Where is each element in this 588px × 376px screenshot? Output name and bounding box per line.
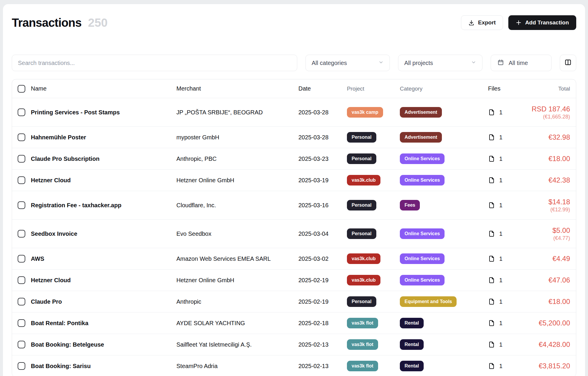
- date-range-filter[interactable]: All time: [491, 55, 552, 71]
- file-icon: [488, 177, 495, 184]
- category-badge: Online Services: [400, 253, 445, 264]
- export-button[interactable]: Export: [461, 15, 503, 30]
- total-secondary: (€12.99): [523, 206, 570, 213]
- column-settings-button[interactable]: [560, 55, 576, 71]
- files-cell: 1: [488, 134, 523, 141]
- row-checkbox-cell: [12, 255, 31, 263]
- row-checkbox-cell: [12, 276, 31, 284]
- name-cell: Printing Services - Post Stamps: [31, 109, 176, 116]
- merchant-cell: Evo Seedbox: [176, 230, 298, 237]
- row-checkbox[interactable]: [18, 341, 25, 348]
- project-badge: Personal: [347, 296, 376, 307]
- table-header-row: Name Merchant Date Project Category File…: [12, 79, 576, 98]
- row-checkbox[interactable]: [18, 230, 25, 238]
- date-cell: 2025-03-23: [298, 156, 347, 162]
- transaction-row[interactable]: Boat Booking: BetelgeuseSailfleet Yat Is…: [12, 334, 576, 355]
- row-checkbox[interactable]: [18, 201, 25, 209]
- name-cell: Boat Rental: Pontika: [31, 320, 176, 327]
- transaction-row[interactable]: Boat Booking: SarisuSteamPro Adria2025-0…: [12, 355, 576, 376]
- project-cell: vas3k camp: [347, 107, 400, 118]
- transaction-row[interactable]: Hahnemühle Postermyposter GmbH2025-03-28…: [12, 127, 576, 148]
- file-icon: [488, 277, 495, 284]
- column-header-name[interactable]: Name: [31, 85, 176, 92]
- project-badge: Personal: [347, 153, 376, 164]
- category-cell: Equipment and Tools: [400, 296, 488, 307]
- row-checkbox[interactable]: [18, 155, 25, 163]
- row-checkbox[interactable]: [18, 133, 25, 141]
- transaction-row[interactable]: Seedbox InvoiceEvo Seedbox2025-03-04Pers…: [12, 220, 576, 248]
- date-cell: 2025-03-28: [298, 134, 347, 141]
- row-checkbox[interactable]: [18, 176, 25, 184]
- files-count: 1: [499, 255, 502, 262]
- date-cell: 2025-03-28: [298, 109, 347, 116]
- calendar-icon: [497, 59, 504, 67]
- row-checkbox[interactable]: [18, 362, 25, 370]
- column-header-total[interactable]: Total: [523, 85, 576, 92]
- merchant-cell: Hetzner Online GmbH: [176, 277, 298, 284]
- total-secondary: (€4.77): [523, 235, 570, 242]
- download-icon: [468, 20, 475, 26]
- row-checkbox[interactable]: [18, 319, 25, 327]
- project-badge: Personal: [347, 132, 376, 143]
- files-count: 1: [499, 230, 502, 237]
- category-badge: Online Services: [400, 175, 445, 186]
- categories-filter[interactable]: All categories: [305, 55, 390, 71]
- transaction-row[interactable]: Boat Rental: PontikaAYDE SOLAR YACHTING2…: [12, 313, 576, 334]
- total-cell: €4.49: [523, 254, 576, 263]
- row-checkbox[interactable]: [18, 108, 25, 116]
- filter-bar: All categories All projects All time: [12, 55, 576, 71]
- row-checkbox[interactable]: [18, 255, 25, 263]
- total-primary: $5.00: [523, 226, 570, 235]
- column-header-category[interactable]: Category: [400, 86, 488, 92]
- row-checkbox[interactable]: [18, 276, 25, 284]
- files-cell: 1: [488, 341, 523, 348]
- search-input[interactable]: [12, 55, 297, 71]
- merchant-cell: Amazon Web Services EMEA SARL: [176, 255, 298, 262]
- project-cell: Personal: [347, 132, 400, 143]
- total-primary: €18.00: [523, 297, 570, 306]
- project-cell: vas3k flot: [347, 318, 400, 329]
- merchant-cell: SteamPro Adria: [176, 363, 298, 370]
- project-cell: vas3k.club: [347, 253, 400, 264]
- column-header-merchant[interactable]: Merchant: [176, 85, 298, 92]
- select-all-checkbox[interactable]: [18, 85, 25, 93]
- total-cell: RSD 187.46(€1,665.28): [523, 105, 576, 120]
- name-cell: Hetzner Cloud: [31, 277, 176, 284]
- name-cell: Hetzner Cloud: [31, 177, 176, 184]
- files-count: 1: [499, 298, 502, 305]
- transaction-row[interactable]: AWSAmazon Web Services EMEA SARL2025-03-…: [12, 248, 576, 270]
- transaction-row[interactable]: Printing Services - Post StampsJP „POŠTA…: [12, 98, 576, 127]
- total-primary: $14.18: [523, 198, 570, 206]
- transaction-row[interactable]: Claude ProAnthropic2025-02-19PersonalEqu…: [12, 291, 576, 313]
- total-cell: €4,428.00: [523, 340, 576, 349]
- column-header-date[interactable]: Date: [298, 85, 347, 92]
- file-icon: [488, 134, 495, 141]
- transaction-row[interactable]: Registration Fee - taxhacker.appCloudfla…: [12, 191, 576, 220]
- page-title: Transactions: [12, 16, 81, 29]
- total-primary: €47.06: [523, 276, 570, 285]
- add-transaction-button[interactable]: Add Transaction: [508, 15, 576, 30]
- file-icon: [488, 298, 495, 305]
- merchant-cell: JP „POŠTA SRBIJE“, BEOGRAD: [176, 109, 298, 116]
- category-badge: Equipment and Tools: [400, 296, 457, 307]
- transactions-page-card: Transactions 250 Export Add Transaction …: [3, 4, 585, 376]
- columns-icon: [564, 59, 572, 67]
- projects-filter[interactable]: All projects: [398, 55, 482, 71]
- project-cell: vas3k flot: [347, 361, 400, 372]
- project-badge: vas3k flot: [347, 318, 378, 329]
- row-checkbox[interactable]: [18, 298, 25, 305]
- transaction-row[interactable]: Hetzner CloudHetzner Online GmbH2025-02-…: [12, 270, 576, 291]
- column-header-files[interactable]: Files: [488, 85, 523, 92]
- total-primary: RSD 187.46: [523, 105, 570, 113]
- category-badge: Rental: [400, 339, 424, 350]
- category-cell: Advertisement: [400, 107, 488, 118]
- transaction-row[interactable]: Hetzner CloudHetzner Online GmbH2025-03-…: [12, 170, 576, 191]
- transaction-row[interactable]: Claude Pro SubscriptionAnthropic, PBC202…: [12, 148, 576, 170]
- project-cell: vas3k.club: [347, 175, 400, 186]
- total-primary: €4.49: [523, 254, 570, 263]
- category-badge: Rental: [400, 318, 424, 329]
- date-cell: 2025-03-04: [298, 230, 347, 237]
- column-header-project[interactable]: Project: [347, 86, 400, 92]
- add-transaction-label: Add Transaction: [525, 19, 569, 26]
- row-checkbox-cell: [12, 230, 31, 238]
